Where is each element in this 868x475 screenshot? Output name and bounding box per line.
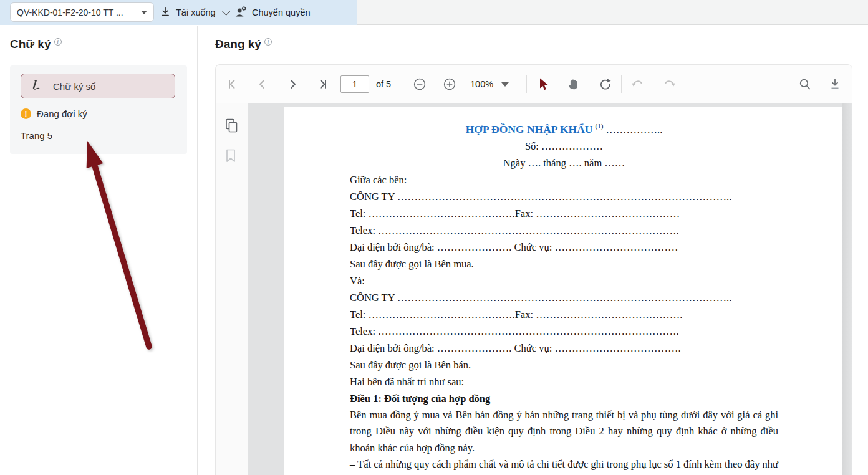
viewer-title-text: Đang ký: [215, 37, 261, 51]
download-page-button[interactable]: [826, 75, 844, 94]
hand-pan-tool[interactable]: [564, 75, 582, 94]
signature-sidebar: Chữ ký i Chữ ký số ! Đang đợi ký Trang 5: [0, 26, 198, 475]
contract-date-line: Ngày …. tháng …. năm ……: [350, 155, 778, 171]
zoom-dropdown-caret[interactable]: [501, 82, 509, 87]
contract-title-line: HỢP ĐỒNG NHẬP KHẨU (1) ……………..: [350, 118, 778, 138]
signature-status: ! Đang đợi ký: [21, 108, 87, 119]
doc-paragraph: Bên mua đồng ý mua và Bên bán đồng ý bán…: [350, 407, 778, 457]
info-icon[interactable]: i: [264, 38, 272, 46]
doc-line: CÔNG TY ………………………………………………………………………………………: [350, 289, 778, 306]
page-number-input[interactable]: [340, 75, 369, 93]
thumbnails-icon[interactable]: [224, 118, 239, 135]
zoom-in-button[interactable]: [440, 75, 459, 94]
transfer-rights-label: Chuyển quyền: [252, 7, 311, 17]
transfer-rights-icon: [234, 6, 247, 19]
doc-line: Telex: …………………………………………………………………………….: [350, 222, 778, 239]
toolbar-divider: [621, 75, 622, 93]
search-button[interactable]: [796, 75, 814, 94]
sidebar-title: Chữ ký i: [10, 37, 62, 51]
warning-icon: !: [21, 108, 31, 119]
select-cursor-tool[interactable]: [534, 75, 552, 94]
top-toolbar: QV-KKD-01-F2-20-10 TT ... Tải xuống Chuy…: [0, 0, 868, 25]
contract-title: HỢP ĐỒNG NHẬP KHẨU: [466, 123, 593, 135]
viewer-side-strip: [216, 103, 248, 475]
first-page-button[interactable]: [223, 75, 242, 94]
doc-line: Và:: [350, 272, 778, 289]
transfer-rights-button[interactable]: Chuyển quyền: [234, 0, 311, 25]
zoom-level-value[interactable]: 100%: [470, 65, 493, 103]
doc-line: Tel: …………………………………….Fax: ……………………………………: [350, 205, 778, 222]
zoom-out-button[interactable]: [410, 75, 429, 94]
document-selector-dropdown[interactable]: QV-KKD-01-F2-20-10 TT ...: [10, 2, 154, 22]
contract-title-footnote: (1): [596, 122, 604, 130]
signature-page-ref: Trang 5: [21, 130, 52, 141]
doc-line: Hai bên đã nhất trí như sau:: [350, 373, 778, 390]
info-icon[interactable]: i: [54, 38, 62, 46]
toolbar-divider: [526, 75, 527, 93]
doc-paragraph: – Tất cả những quy cách phẩm chất và mô …: [350, 456, 778, 475]
doc-line: Tel: …………………………………….Fax: …………………………………….: [350, 306, 778, 323]
doc-line: Đại diện bởi ông/bà: …………………. Chức vụ: ……: [350, 340, 778, 357]
sidebar-title-text: Chữ ký: [10, 37, 51, 51]
pdf-viewer-body: HỢP ĐỒNG NHẬP KHẨU (1) …………….. Số: ………………: [216, 103, 852, 475]
pdf-page: HỢP ĐỒNG NHẬP KHẨU (1) …………….. Số: ………………: [284, 107, 844, 475]
bookmark-icon[interactable]: [224, 148, 239, 165]
signature-card: Chữ ký số ! Đang đợi ký Trang 5: [10, 65, 187, 154]
doc-line: Giữa các bên:: [350, 171, 778, 188]
digital-signature-button[interactable]: Chữ ký số: [21, 74, 175, 98]
signature-status-label: Đang đợi ký: [37, 108, 87, 119]
signature-pen-icon: [30, 79, 45, 94]
doc-line: CÔNG TY ………………………………………………………………………………………: [350, 188, 778, 205]
doc-article-heading: Điều 1: Đối tượng của hợp đồng: [350, 390, 778, 407]
previous-page-button[interactable]: [253, 75, 272, 94]
next-page-button[interactable]: [283, 75, 302, 94]
page-count-label: of 5: [376, 65, 391, 103]
pdf-viewport[interactable]: HỢP ĐỒNG NHẬP KHẨU (1) …………….. Số: ………………: [248, 103, 852, 475]
viewer-scrollbar[interactable]: [842, 103, 852, 475]
toolbar-divider: [589, 75, 589, 93]
doc-line: Sau đây được gọi là Bên bán.: [350, 357, 778, 373]
toolbar-divider: [403, 75, 403, 93]
chevron-down-icon: [141, 11, 147, 14]
doc-line: Đại diện bởi ông/bà: …………………. Chức vụ: ……: [350, 239, 778, 256]
pdf-toolbar: of 5 100%: [216, 65, 852, 103]
viewer-title: Đang ký i: [215, 37, 272, 51]
redo-button[interactable]: [660, 75, 678, 94]
rotate-button[interactable]: [596, 75, 615, 94]
pdf-viewer: of 5 100%: [215, 64, 852, 475]
download-menu-button[interactable]: Tải xuống: [160, 0, 228, 25]
document-selector-value: QV-KKD-01-F2-20-10 TT ...: [17, 7, 123, 17]
doc-line: Telex: …………………………………………………………………………….: [350, 323, 778, 340]
contract-number-line: Số: ………………: [350, 138, 778, 155]
undo-button[interactable]: [629, 75, 647, 94]
contract-title-dots: ……………..: [606, 123, 663, 135]
last-page-button[interactable]: [313, 75, 332, 94]
doc-line: Sau đây được gọi là Bên mua.: [350, 256, 778, 272]
download-icon: [160, 6, 171, 19]
app-window: QV-KKD-01-F2-20-10 TT ... Tải xuống Chuy…: [0, 0, 868, 475]
digital-signature-label: Chữ ký số: [53, 81, 95, 92]
download-menu-label: Tải xuống: [176, 7, 216, 17]
